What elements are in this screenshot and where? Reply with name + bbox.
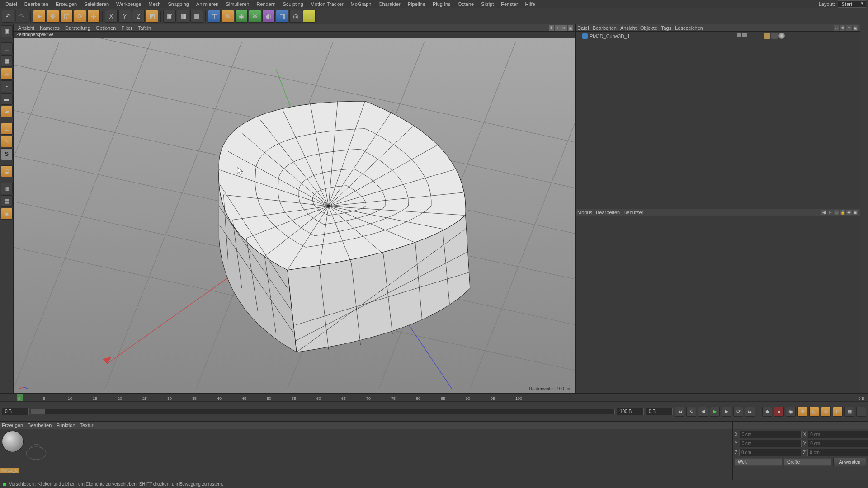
vp-menu-ansicht[interactable]: Ansicht [15, 25, 37, 31]
obj-menu-lesezeichen[interactable]: Lesezeichen [675, 25, 703, 31]
vp-menu-kameras[interactable]: Kameras [37, 25, 62, 31]
menu-mograph[interactable]: MoGraph [347, 1, 375, 7]
object-tree-item[interactable]: ⌞ PM3D_Cube3D_1 [576, 33, 735, 39]
timeline-ruler[interactable]: 0 5 10 15 20 25 30 35 40 45 50 55 60 65 … [0, 394, 868, 402]
attr-lock-icon[interactable]: 🔒 [840, 210, 845, 215]
menu-simulieren[interactable]: Simulieren [222, 1, 253, 7]
menu-werkzeuge[interactable]: Werkzeuge [113, 1, 145, 7]
size-z-input[interactable] [807, 449, 868, 456]
keyframe-selection-button[interactable]: ◉ [786, 407, 796, 417]
obj-menu-objekte[interactable]: Objekte [640, 25, 657, 31]
phong-tag-icon[interactable] [764, 33, 770, 39]
add-pen-button[interactable]: ✎ [222, 10, 234, 23]
material-name-label[interactable]: PM3D_C [0, 468, 19, 473]
menu-hilfe[interactable]: Hilfe [522, 1, 539, 7]
axis-tool[interactable]: ⊥ [1, 123, 13, 135]
apply-button[interactable]: Anwenden [833, 458, 866, 466]
auto-workplane[interactable]: ◉ [1, 208, 13, 220]
goto-end-button[interactable]: ⏭ [745, 407, 755, 417]
render-active-button[interactable]: ▦ [177, 10, 189, 23]
add-generator-button[interactable]: ❋ [249, 10, 261, 23]
vp-menu-darstellung[interactable]: Darstellung [62, 25, 93, 31]
redo-button[interactable]: ↷ [15, 10, 28, 23]
navigation-cube[interactable] [17, 376, 31, 389]
object-manager[interactable]: ⌞ PM3D_Cube3D_1 [576, 32, 860, 209]
mat-menu-funktion[interactable]: Funktion [56, 422, 75, 428]
uvw-tag-icon[interactable] [771, 33, 778, 39]
timeline-range-slider[interactable] [31, 409, 615, 414]
attr-expand-icon[interactable]: ▣ [853, 210, 858, 215]
layout-dropdown[interactable]: Start [838, 0, 866, 8]
vp-menu-optionen[interactable]: Optionen [93, 25, 119, 31]
menu-octane[interactable]: Octane [454, 1, 477, 7]
next-frame-button[interactable]: ▶ [722, 407, 731, 417]
edge-mode-button[interactable]: ▬ [1, 93, 13, 105]
render-view-button[interactable]: ▣ [163, 10, 176, 23]
material-thumbnail[interactable] [2, 431, 24, 452]
mat-menu-textur[interactable]: Textur [80, 422, 94, 428]
add-nurbs-button[interactable]: ◉ [235, 10, 248, 23]
texture-tag-icon[interactable] [778, 33, 785, 39]
key-pla-button[interactable]: ▦ [844, 407, 854, 417]
rotate-tool[interactable]: ⟳ [74, 10, 86, 23]
vp-pan-icon[interactable]: ✥ [549, 25, 554, 31]
make-editable-button[interactable]: ▣ [1, 25, 13, 37]
key-param-button[interactable]: P [833, 407, 843, 417]
autokey-button[interactable]: ● [774, 407, 784, 417]
pos-y-input[interactable] [740, 440, 802, 447]
menu-skript[interactable]: Skript [477, 1, 497, 7]
attr-new-icon[interactable]: ◉ [846, 210, 852, 215]
add-environment-button[interactable]: ▥ [276, 10, 288, 23]
goto-start-button[interactable]: ⏮ [675, 407, 684, 417]
current-frame-input[interactable] [646, 408, 673, 415]
attr-menu-modus[interactable]: Modus [577, 210, 592, 215]
key-scale-button[interactable]: ◱ [809, 407, 819, 417]
menu-erzeugen[interactable]: Erzeugen [52, 1, 80, 7]
obj-filter-icon[interactable]: ▾ [846, 25, 852, 31]
play-button[interactable]: ▶ [710, 407, 720, 417]
obj-menu-ansicht[interactable]: Ansicht [620, 25, 637, 31]
planar-workplane[interactable]: ▤ [1, 195, 13, 207]
mat-menu-erzeugen[interactable]: Erzeugen [2, 422, 23, 428]
obj-eye-icon[interactable]: 👁 [840, 25, 845, 31]
viewport-3d[interactable]: Rasterweite : 100 cm [14, 38, 575, 393]
workplane-mode-button[interactable]: ▤ [1, 68, 13, 80]
y-axis-lock[interactable]: Y [118, 10, 131, 23]
menu-selektieren[interactable]: Selektieren [80, 1, 113, 7]
menu-datei[interactable]: Datei [2, 1, 21, 7]
polygon-mode-button[interactable]: ▰ [1, 106, 13, 117]
model-mode-button[interactable]: ◫ [1, 42, 13, 54]
right-collapsed-strip[interactable] [860, 24, 868, 393]
material-list[interactable]: PM3D_C [0, 429, 732, 480]
render-settings-button[interactable]: ▤ [190, 10, 203, 23]
vp-menu-filter[interactable]: Filter [118, 25, 135, 31]
point-mode-button[interactable]: ▪ [1, 80, 13, 92]
coord-mode-dropdown[interactable]: Welt [735, 458, 782, 466]
key-options-button[interactable]: ≡ [856, 407, 866, 417]
x-axis-lock[interactable]: X [105, 10, 118, 23]
size-mode-dropdown[interactable]: Größe [784, 458, 831, 466]
z-axis-lock[interactable]: Z [132, 10, 145, 23]
pos-x-input[interactable] [740, 431, 802, 438]
last-tool[interactable]: ✢ [87, 10, 100, 23]
menu-plugins[interactable]: Plug-ins [429, 1, 454, 7]
menu-charakter[interactable]: Charakter [375, 1, 404, 7]
obj-expand-icon[interactable]: ▣ [853, 25, 858, 31]
attr-menu-bearbeiten[interactable]: Bearbeiten [596, 210, 620, 215]
live-select-tool[interactable]: ➤ [33, 10, 46, 23]
menu-fenster[interactable]: Fenster [497, 1, 521, 7]
vp-menu-tafeln[interactable]: Tafeln [135, 25, 154, 31]
scale-tool[interactable]: ◱ [60, 10, 73, 23]
menu-motiontracker[interactable]: Motion Tracker [307, 1, 347, 7]
goto-next-key-button[interactable]: ⟳ [733, 407, 743, 417]
object-visibility-toggle[interactable] [737, 33, 741, 37]
prev-frame-button[interactable]: ◀ [698, 407, 708, 417]
coord-system-button[interactable]: ◩ [146, 10, 158, 23]
texture-mode-button[interactable]: ▦ [1, 55, 13, 67]
obj-menu-tags[interactable]: Tags [661, 25, 671, 31]
attribute-manager[interactable] [576, 216, 860, 393]
end-frame-input[interactable] [617, 408, 644, 415]
mat-menu-bearbeiten[interactable]: Bearbeiten [28, 422, 52, 428]
menu-snapping[interactable]: Snapping [164, 1, 193, 7]
vp-maximize-icon[interactable]: ▣ [568, 25, 573, 31]
